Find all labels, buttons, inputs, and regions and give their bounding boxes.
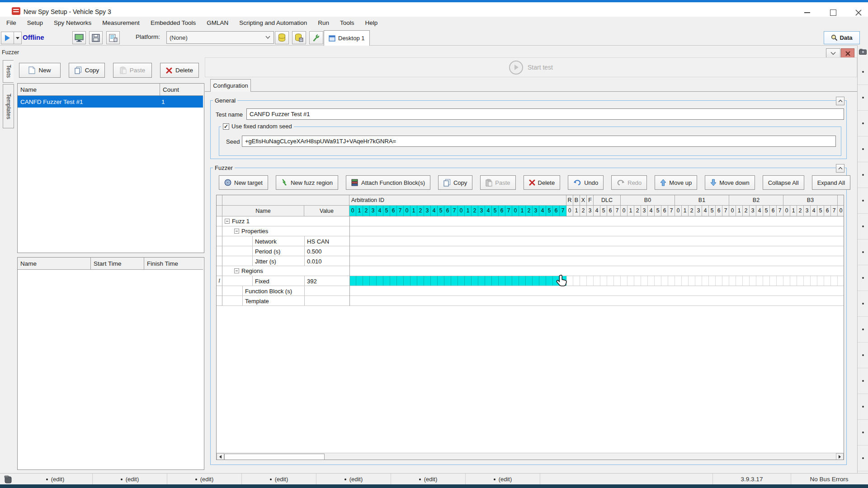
start-test-button[interactable]: Start test [205, 57, 857, 77]
empty-bit-cell[interactable] [736, 276, 743, 286]
row-name-function-block-s[interactable]: Function Block (s) [242, 286, 304, 296]
empty-bit-cell[interactable] [587, 276, 594, 286]
fuzz-region-cell[interactable] [370, 276, 377, 286]
fuzz-region-cell[interactable] [444, 276, 451, 286]
row-value-function-block-s[interactable] [304, 286, 349, 296]
dock-strip-segment[interactable] [858, 110, 868, 136]
run-button[interactable] [1, 32, 14, 44]
tab-configuration[interactable]: Configuration [210, 79, 251, 92]
empty-bit-cell[interactable] [750, 276, 756, 286]
fuzz-region-cell[interactable] [431, 276, 438, 286]
fuzz-region-cell[interactable] [533, 276, 539, 286]
fuzz-region-cell[interactable] [526, 276, 533, 286]
empty-bit-cell[interactable] [573, 276, 580, 286]
fuzz-region-cell[interactable] [424, 276, 431, 286]
fuzz-region-cell[interactable] [397, 276, 404, 286]
row-value-network[interactable]: HS CAN [304, 236, 349, 246]
delete-button[interactable]: Delete [160, 63, 199, 78]
empty-bit-cell[interactable] [600, 276, 607, 286]
delete-button[interactable]: Delete [524, 175, 561, 190]
row-value-period-s[interactable]: 0.500 [304, 246, 349, 256]
menu-measurement[interactable]: Measurement [97, 17, 145, 29]
menu-spy-networks[interactable]: Spy Networks [48, 17, 97, 29]
expand-all-button[interactable]: Expand All [812, 175, 850, 190]
tree-group-properties[interactable]: Properties [241, 228, 268, 235]
row-name-jitter-s[interactable]: Jitter (s) [252, 256, 304, 266]
empty-bit-cell[interactable] [607, 276, 614, 286]
empty-bit-cell[interactable] [641, 276, 648, 286]
tests-col-name[interactable]: Name [18, 84, 160, 96]
grid-value-header[interactable]: Value [304, 206, 349, 216]
fuzz-region-cell[interactable] [499, 276, 505, 286]
setup-hardware-button[interactable] [309, 31, 323, 44]
fuzzer-collapse-button[interactable] [836, 164, 844, 173]
fuzz-region-cell[interactable] [417, 276, 424, 286]
empty-bit-cell[interactable] [743, 276, 750, 286]
dock-strip-segment[interactable] [858, 394, 868, 420]
attach-function-block-s-button[interactable]: Attach Function Block(s) [346, 175, 430, 190]
fuzz-region-cell[interactable] [512, 276, 519, 286]
dock-strip-segment[interactable] [858, 188, 868, 214]
dock-strip-segment[interactable] [858, 316, 868, 343]
database-save-button[interactable] [292, 31, 306, 44]
row-value-template[interactable] [304, 296, 349, 306]
empty-bit-cell[interactable] [729, 276, 736, 286]
fuzz-region-cell[interactable] [472, 276, 478, 286]
dock-strip-segment[interactable] [858, 342, 868, 368]
runs-col-name[interactable]: Name [18, 258, 91, 270]
empty-bit-cell[interactable] [817, 276, 824, 286]
empty-bit-cell[interactable] [777, 276, 783, 286]
fuzz-region-cell[interactable] [539, 276, 546, 286]
empty-bit-cell[interactable] [634, 276, 641, 286]
empty-bit-cell[interactable] [614, 276, 621, 286]
fuzz-region-cell[interactable] [363, 276, 370, 286]
scroll-right-button[interactable] [836, 453, 844, 460]
fuzz-region-cell[interactable] [546, 276, 553, 286]
fuzz-region-cell[interactable] [390, 276, 397, 286]
empty-bit-cell[interactable] [661, 276, 668, 286]
fuzz-region-cell[interactable] [383, 276, 390, 286]
fuzz-region-cell[interactable] [356, 276, 363, 286]
menu-run[interactable]: Run [312, 17, 335, 29]
row-name-period-s[interactable]: Period (s) [252, 246, 304, 256]
platform-select[interactable]: (None) [166, 31, 274, 44]
row-name-fixed[interactable]: Fixed [252, 276, 304, 286]
empty-bit-cell[interactable] [831, 276, 838, 286]
empty-bit-cell[interactable] [702, 276, 709, 286]
menu-scripting-and-automation[interactable]: Scripting and Automation [234, 17, 312, 29]
empty-bit-cell[interactable] [783, 276, 790, 286]
empty-bit-cell[interactable] [668, 276, 675, 286]
new-fuzz-region-button[interactable]: New fuzz region [276, 175, 338, 190]
dock-strip-segment[interactable] [858, 368, 868, 394]
h-scrollbar[interactable] [217, 453, 844, 460]
row-name-network[interactable]: Network [252, 236, 304, 246]
empty-bit-cell[interactable] [824, 276, 831, 286]
database-button[interactable] [275, 31, 289, 44]
tab-templates[interactable]: Templates [3, 84, 14, 128]
row-name-template[interactable]: Template [242, 296, 304, 306]
collapse-all-button[interactable]: Collapse All [763, 175, 804, 190]
dock-strip-segment[interactable] [858, 84, 868, 111]
fuzz-region-cell[interactable] [492, 276, 499, 286]
fuzz-region-cell[interactable] [377, 276, 383, 286]
tree-group-fuzz-1[interactable]: Fuzz 1 [232, 218, 250, 225]
fuzz-region-cell[interactable] [404, 276, 410, 286]
empty-bit-cell[interactable] [594, 276, 600, 286]
empty-bit-cell[interactable] [695, 276, 702, 286]
test-name-input[interactable]: CANFD Fuzzer Test #1 [246, 108, 844, 120]
empty-bit-cell[interactable] [797, 276, 804, 286]
empty-bit-cell[interactable] [655, 276, 661, 286]
tree-expander[interactable] [234, 268, 239, 273]
seed-input[interactable]: +gEfisHuNagCLcyeXArH8spUWa91TJ+VAqeHr7kG… [242, 136, 836, 147]
fuzz-region-cell[interactable] [485, 276, 492, 286]
scroll-left-button[interactable] [217, 453, 224, 460]
close-button[interactable] [851, 8, 866, 18]
new-button[interactable]: New [19, 63, 61, 78]
dock-strip-segment[interactable] [858, 239, 868, 265]
scroll-thumb[interactable] [224, 454, 325, 460]
empty-bit-cell[interactable] [770, 276, 777, 286]
grid-name-header[interactable]: Name [222, 206, 304, 216]
row-value-jitter-s[interactable]: 0.010 [304, 256, 349, 266]
empty-bit-cell[interactable] [675, 276, 682, 286]
menu-tools[interactable]: Tools [335, 17, 360, 29]
